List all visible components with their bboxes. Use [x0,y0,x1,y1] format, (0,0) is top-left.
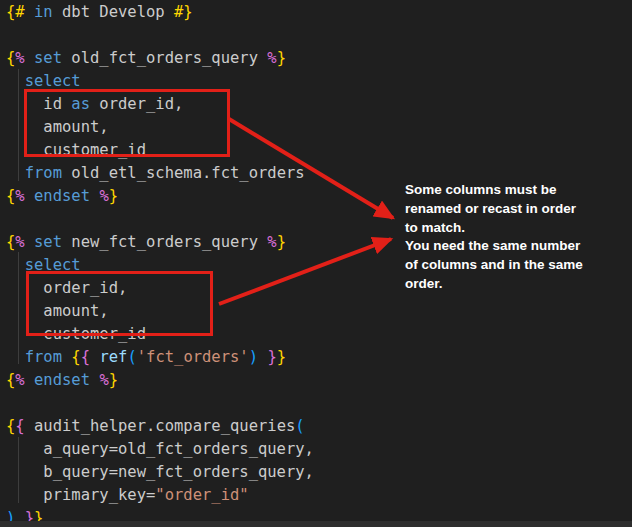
code-token: dbt Develop [53,3,174,21]
code-token: } [109,371,118,389]
code-token: % [267,233,276,251]
code-token: { [81,348,90,366]
note-line: to match. [405,219,583,238]
code-token [25,3,34,21]
code-token: ) [249,348,258,366]
code-token: select [25,72,81,90]
code-token: endset [34,187,90,205]
code-line[interactable]: {{ audit_helper.compare_queries( [6,415,314,438]
note-line: order. [405,275,583,294]
code-token: from [25,164,62,182]
new-query-columns-box [26,271,213,336]
code-token: { [6,49,15,67]
code-token: % [99,371,108,389]
indent-guide [18,252,19,364]
code-token: ( [127,348,136,366]
code-token [25,187,34,205]
code-token [6,164,25,182]
code-token: { [15,417,24,435]
code-token: % [15,233,24,251]
note-line: of columns and in the same [405,256,583,275]
code-token: a_query=old_fct_orders_query, [6,440,314,458]
code-token [25,233,34,251]
code-token: { [6,233,15,251]
code-token: endset [34,371,90,389]
code-line[interactable] [6,24,314,47]
indent-guide [18,437,19,503]
code-token: % [267,49,276,67]
code-token [6,256,25,274]
code-token [90,187,99,205]
code-token: #} [174,3,193,21]
code-token: } [109,187,118,205]
code-token: from [25,348,62,366]
code-line[interactable]: {# in dbt Develop #} [6,1,314,24]
code-token: { [6,187,15,205]
code-token: old_etl_schema.fct_orders [62,164,305,182]
code-line[interactable] [6,208,314,231]
code-token [62,348,71,366]
old-query-columns-box [24,89,230,157]
code-line[interactable]: a_query=old_fct_orders_query, [6,438,314,461]
code-token: { [6,371,15,389]
code-token: set [34,49,62,67]
note-line: renamed or recast in order [405,200,583,219]
code-token: } [277,348,286,366]
code-token: % [15,49,24,67]
code-token: 'fct_orders' [137,348,249,366]
code-token [90,371,99,389]
code-line[interactable]: {% endset %} [6,369,314,392]
code-line[interactable]: b_query=new_fct_orders_query, [6,461,314,484]
code-token: % [15,371,24,389]
code-editor[interactable]: {# in dbt Develop #} {% set old_fct_orde… [6,1,314,527]
indent-guide [18,69,19,181]
code-token: b_query=new_fct_orders_query, [6,463,314,481]
code-line[interactable]: {% endset %} [6,185,314,208]
code-line[interactable]: {% set new_fct_orders_query %} [6,231,314,254]
code-token [6,72,25,90]
code-token: ref [99,348,127,366]
code-token: { [71,348,80,366]
code-token: "order_id" [155,486,248,504]
code-token: } [277,233,286,251]
code-token: % [99,187,108,205]
code-token: % [15,187,24,205]
current-line-strip [0,521,632,527]
code-token: set [34,233,62,251]
code-token: primary_key= [6,486,155,504]
code-token: ( [295,417,304,435]
code-line[interactable]: {% set old_fct_orders_query %} [6,47,314,70]
code-token: new_fct_orders_query [62,233,267,251]
code-token [258,348,267,366]
code-line[interactable]: from {{ ref('fct_orders') }} [6,346,314,369]
code-token [25,371,34,389]
code-token [25,49,34,67]
code-token: } [267,348,276,366]
code-line[interactable]: primary_key="order_id" [6,484,314,507]
annotation-note: Some columns must berenamed or recast in… [405,181,583,294]
note-line: Some columns must be [405,181,583,200]
code-token: } [277,49,286,67]
code-token: audit_helper.compare_queries [25,417,296,435]
code-token: {# [6,3,25,21]
code-token: { [6,417,15,435]
code-token: old_fct_orders_query [62,49,267,67]
note-line: You need the same number [405,237,583,256]
code-token [6,348,25,366]
code-line[interactable]: from old_etl_schema.fct_orders [6,162,314,185]
code-line[interactable] [6,392,314,415]
code-token: in [34,3,53,21]
code-token [90,348,99,366]
